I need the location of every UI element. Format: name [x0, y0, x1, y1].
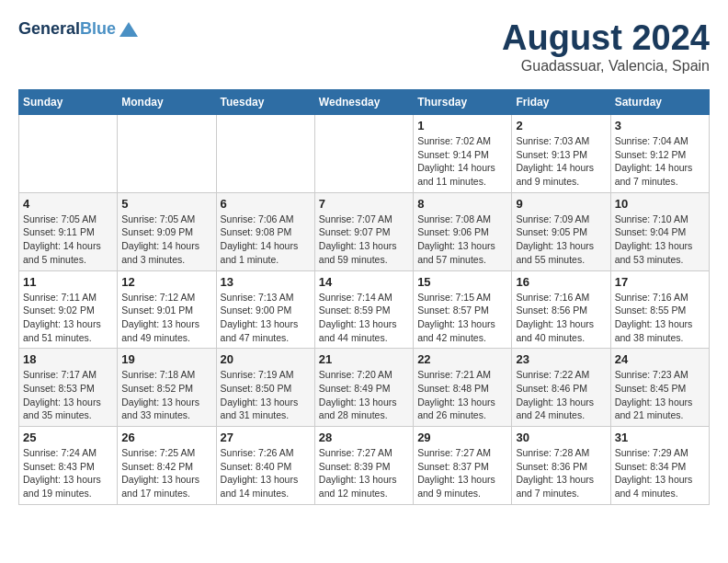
calendar-cell: 14Sunrise: 7:14 AM Sunset: 8:59 PM Dayli… [314, 270, 413, 349]
calendar-cell: 7Sunrise: 7:07 AM Sunset: 9:07 PM Daylig… [314, 192, 413, 270]
calendar-cell: 31Sunrise: 7:29 AM Sunset: 8:34 PM Dayli… [610, 427, 709, 505]
day-number: 10 [615, 197, 705, 211]
day-number: 3 [615, 119, 705, 132]
calendar-cell: 2Sunrise: 7:03 AM Sunset: 9:13 PM Daylig… [512, 115, 610, 193]
day-info: Sunrise: 7:27 AM Sunset: 8:39 PM Dayligh… [319, 446, 409, 500]
day-number: 4 [23, 197, 113, 211]
day-number: 1 [417, 119, 507, 132]
calendar-cell: 4Sunrise: 7:05 AM Sunset: 9:11 PM Daylig… [19, 192, 118, 270]
calendar-cell: 19Sunrise: 7:18 AM Sunset: 8:52 PM Dayli… [118, 349, 216, 427]
month-title: August 2024 [502, 18, 710, 58]
calendar-cell: 20Sunrise: 7:19 AM Sunset: 8:50 PM Dayli… [216, 349, 314, 427]
logo: GeneralBlue [18, 18, 140, 40]
weekday-header-saturday: Saturday [610, 90, 709, 115]
day-info: Sunrise: 7:04 AM Sunset: 9:12 PM Dayligh… [615, 134, 705, 189]
day-info: Sunrise: 7:03 AM Sunset: 9:13 PM Dayligh… [516, 134, 606, 189]
day-number: 14 [319, 275, 409, 289]
calendar-cell [118, 115, 216, 193]
weekday-header-thursday: Thursday [414, 90, 512, 115]
day-info: Sunrise: 7:09 AM Sunset: 9:05 PM Dayligh… [516, 213, 606, 267]
day-info: Sunrise: 7:27 AM Sunset: 8:37 PM Dayligh… [417, 446, 507, 500]
day-number: 17 [615, 275, 705, 289]
day-info: Sunrise: 7:13 AM Sunset: 9:00 PM Dayligh… [221, 291, 311, 345]
weekday-header-sunday: Sunday [19, 90, 118, 115]
calendar-week-1: 1Sunrise: 7:02 AM Sunset: 9:14 PM Daylig… [19, 115, 710, 193]
day-info: Sunrise: 7:25 AM Sunset: 8:42 PM Dayligh… [121, 446, 211, 500]
calendar-week-3: 11Sunrise: 7:11 AM Sunset: 9:02 PM Dayli… [19, 270, 710, 349]
day-number: 26 [121, 431, 211, 444]
svg-marker-0 [119, 22, 138, 37]
calendar-table: SundayMondayTuesdayWednesdayThursdayFrid… [18, 89, 710, 505]
day-info: Sunrise: 7:19 AM Sunset: 8:50 PM Dayligh… [221, 368, 311, 422]
day-info: Sunrise: 7:05 AM Sunset: 9:11 PM Dayligh… [23, 213, 113, 267]
day-number: 29 [417, 431, 507, 444]
calendar-cell: 23Sunrise: 7:22 AM Sunset: 8:46 PM Dayli… [512, 349, 610, 427]
day-info: Sunrise: 7:05 AM Sunset: 9:09 PM Dayligh… [121, 213, 211, 267]
day-info: Sunrise: 7:20 AM Sunset: 8:49 PM Dayligh… [319, 368, 409, 422]
day-number: 20 [221, 352, 311, 366]
day-number: 19 [121, 352, 211, 366]
day-number: 8 [417, 197, 507, 211]
logo-icon [118, 18, 140, 40]
day-info: Sunrise: 7:11 AM Sunset: 9:02 PM Dayligh… [23, 291, 113, 345]
calendar-cell: 13Sunrise: 7:13 AM Sunset: 9:00 PM Dayli… [216, 270, 314, 349]
weekday-header-row: SundayMondayTuesdayWednesdayThursdayFrid… [19, 90, 710, 115]
day-info: Sunrise: 7:18 AM Sunset: 8:52 PM Dayligh… [121, 368, 211, 422]
day-info: Sunrise: 7:22 AM Sunset: 8:46 PM Dayligh… [516, 368, 606, 422]
calendar-cell: 11Sunrise: 7:11 AM Sunset: 9:02 PM Dayli… [19, 270, 118, 349]
calendar-cell: 22Sunrise: 7:21 AM Sunset: 8:48 PM Dayli… [414, 349, 512, 427]
calendar-cell: 8Sunrise: 7:08 AM Sunset: 9:06 PM Daylig… [414, 192, 512, 270]
day-info: Sunrise: 7:02 AM Sunset: 9:14 PM Dayligh… [417, 134, 507, 189]
day-info: Sunrise: 7:06 AM Sunset: 9:08 PM Dayligh… [221, 213, 311, 267]
day-number: 12 [121, 275, 211, 289]
calendar-cell: 12Sunrise: 7:12 AM Sunset: 9:01 PM Dayli… [118, 270, 216, 349]
calendar-cell: 16Sunrise: 7:16 AM Sunset: 8:56 PM Dayli… [512, 270, 610, 349]
day-info: Sunrise: 7:28 AM Sunset: 8:36 PM Dayligh… [516, 446, 606, 500]
day-number: 13 [221, 275, 311, 289]
calendar-cell: 5Sunrise: 7:05 AM Sunset: 9:09 PM Daylig… [118, 192, 216, 270]
calendar-cell: 17Sunrise: 7:16 AM Sunset: 8:55 PM Dayli… [610, 270, 709, 349]
day-number: 23 [516, 352, 606, 366]
calendar-week-2: 4Sunrise: 7:05 AM Sunset: 9:11 PM Daylig… [19, 192, 710, 270]
day-number: 11 [23, 275, 113, 289]
calendar-cell: 18Sunrise: 7:17 AM Sunset: 8:53 PM Dayli… [19, 349, 118, 427]
weekday-header-tuesday: Tuesday [216, 90, 314, 115]
calendar-cell: 30Sunrise: 7:28 AM Sunset: 8:36 PM Dayli… [512, 427, 610, 505]
day-info: Sunrise: 7:10 AM Sunset: 9:04 PM Dayligh… [615, 213, 705, 267]
day-info: Sunrise: 7:14 AM Sunset: 8:59 PM Dayligh… [319, 291, 409, 345]
day-number: 2 [516, 119, 606, 132]
day-number: 24 [615, 352, 705, 366]
calendar-cell: 21Sunrise: 7:20 AM Sunset: 8:49 PM Dayli… [314, 349, 413, 427]
page-header: GeneralBlue August 2024 Guadassuar, Vale… [18, 18, 710, 75]
calendar-cell: 6Sunrise: 7:06 AM Sunset: 9:08 PM Daylig… [216, 192, 314, 270]
day-info: Sunrise: 7:24 AM Sunset: 8:43 PM Dayligh… [23, 446, 113, 500]
day-info: Sunrise: 7:23 AM Sunset: 8:45 PM Dayligh… [615, 368, 705, 422]
day-info: Sunrise: 7:17 AM Sunset: 8:53 PM Dayligh… [23, 368, 113, 422]
day-number: 25 [23, 431, 113, 444]
calendar-cell: 3Sunrise: 7:04 AM Sunset: 9:12 PM Daylig… [610, 115, 709, 193]
day-number: 22 [417, 352, 507, 366]
day-info: Sunrise: 7:08 AM Sunset: 9:06 PM Dayligh… [417, 213, 507, 267]
day-number: 9 [516, 197, 606, 211]
title-block: August 2024 Guadassuar, Valencia, Spain [502, 18, 710, 75]
calendar-cell: 29Sunrise: 7:27 AM Sunset: 8:37 PM Dayli… [414, 427, 512, 505]
day-number: 27 [221, 431, 311, 444]
day-info: Sunrise: 7:29 AM Sunset: 8:34 PM Dayligh… [615, 446, 705, 500]
calendar-cell: 27Sunrise: 7:26 AM Sunset: 8:40 PM Dayli… [216, 427, 314, 505]
calendar-week-4: 18Sunrise: 7:17 AM Sunset: 8:53 PM Dayli… [19, 349, 710, 427]
calendar-cell: 28Sunrise: 7:27 AM Sunset: 8:39 PM Dayli… [314, 427, 413, 505]
weekday-header-wednesday: Wednesday [314, 90, 413, 115]
day-info: Sunrise: 7:15 AM Sunset: 8:57 PM Dayligh… [417, 291, 507, 345]
calendar-cell: 9Sunrise: 7:09 AM Sunset: 9:05 PM Daylig… [512, 192, 610, 270]
day-info: Sunrise: 7:21 AM Sunset: 8:48 PM Dayligh… [417, 368, 507, 422]
day-info: Sunrise: 7:12 AM Sunset: 9:01 PM Dayligh… [121, 291, 211, 345]
calendar-cell: 26Sunrise: 7:25 AM Sunset: 8:42 PM Dayli… [118, 427, 216, 505]
day-number: 6 [221, 197, 311, 211]
day-number: 7 [319, 197, 409, 211]
day-number: 21 [319, 352, 409, 366]
weekday-header-friday: Friday [512, 90, 610, 115]
day-info: Sunrise: 7:26 AM Sunset: 8:40 PM Dayligh… [221, 446, 311, 500]
logo-text: GeneralBlue [18, 19, 116, 40]
calendar-body: 1Sunrise: 7:02 AM Sunset: 9:14 PM Daylig… [19, 115, 710, 505]
calendar-cell [314, 115, 413, 193]
